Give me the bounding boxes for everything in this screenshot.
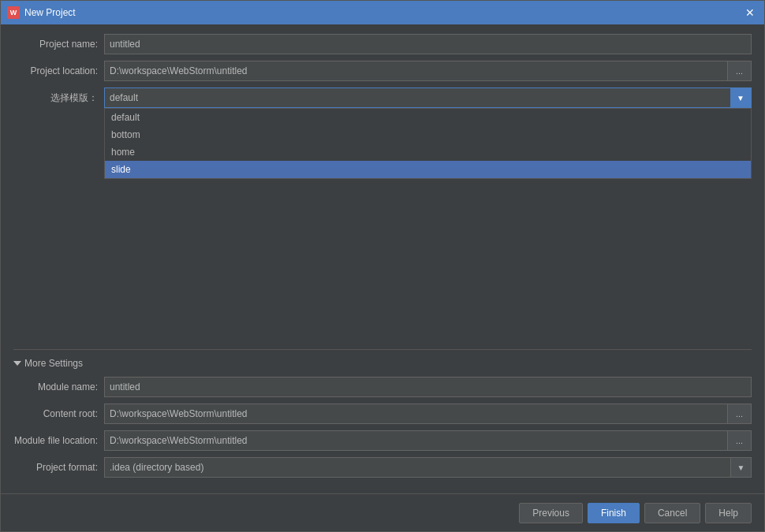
dialog-content: Project name: Project location: ... 选择模版… (1, 24, 764, 493)
more-settings-section: More Settings Module name: Content root:… (13, 349, 752, 484)
module-file-location-row: Module file location: ... (13, 430, 752, 451)
project-location-input[interactable] (104, 61, 728, 81)
mode-dropdown-list: default bottom home slide (104, 108, 752, 179)
module-file-location-label: Module file location: (13, 435, 104, 446)
content-root-browse-button[interactable]: ... (728, 404, 752, 424)
select-mode-label: 选择模版： (13, 91, 104, 105)
select-mode-wrapper: default ▼ default bottom home slide (104, 87, 752, 108)
project-location-browse-button[interactable]: ... (728, 61, 752, 81)
help-button[interactable]: Help (705, 503, 752, 523)
select-mode-row: 选择模版： default ▼ default bottom home slid… (13, 87, 752, 108)
select-mode-arrow-icon: ▼ (730, 88, 751, 107)
project-location-row: Project location: ... (13, 61, 752, 81)
select-mode-display[interactable]: default ▼ (104, 87, 752, 108)
project-name-label: Project name: (13, 39, 104, 50)
dialog-title: New Project (24, 7, 76, 18)
project-format-label: Project format: (13, 462, 104, 473)
project-format-arrow-icon[interactable]: ▼ (731, 457, 752, 478)
title-bar-left: W New Project (7, 6, 76, 19)
project-format-input[interactable] (104, 457, 731, 478)
project-name-input[interactable] (104, 34, 752, 54)
content-root-row: Content root: ... (13, 404, 752, 424)
app-icon: W (7, 6, 20, 19)
dialog-footer: Previous Finish Cancel Help (1, 493, 764, 531)
more-settings-label: More Settings (24, 358, 83, 369)
finish-button[interactable]: Finish (588, 503, 640, 523)
project-location-field: ... (104, 61, 752, 81)
previous-button[interactable]: Previous (519, 503, 583, 523)
project-format-row: Project format: ▼ (13, 457, 752, 478)
dropdown-item-default[interactable]: default (105, 109, 751, 126)
module-name-label: Module name: (13, 381, 104, 392)
more-settings-toggle[interactable]: More Settings (13, 358, 752, 369)
module-file-location-input[interactable] (104, 430, 728, 451)
dropdown-item-home[interactable]: home (105, 143, 751, 161)
project-format-select: ▼ (104, 457, 752, 478)
module-name-input[interactable] (104, 377, 752, 397)
project-name-row: Project name: (13, 34, 752, 54)
module-file-location-field: ... (104, 430, 752, 451)
new-project-dialog: W New Project ✕ Project name: Project lo… (0, 0, 765, 532)
content-root-label: Content root: (13, 408, 104, 419)
triangle-icon (13, 361, 21, 366)
module-file-location-browse-button[interactable]: ... (728, 430, 752, 451)
module-name-row: Module name: (13, 377, 752, 397)
dropdown-item-bottom[interactable]: bottom (105, 126, 751, 143)
content-root-input[interactable] (104, 404, 728, 424)
content-root-field: ... (104, 404, 752, 424)
dropdown-item-slide[interactable]: slide (105, 161, 751, 178)
select-mode-value: default (110, 92, 138, 103)
title-bar: W New Project ✕ (1, 1, 764, 24)
cancel-button[interactable]: Cancel (644, 503, 700, 523)
project-location-label: Project location: (13, 65, 104, 76)
close-button[interactable]: ✕ (742, 5, 758, 20)
